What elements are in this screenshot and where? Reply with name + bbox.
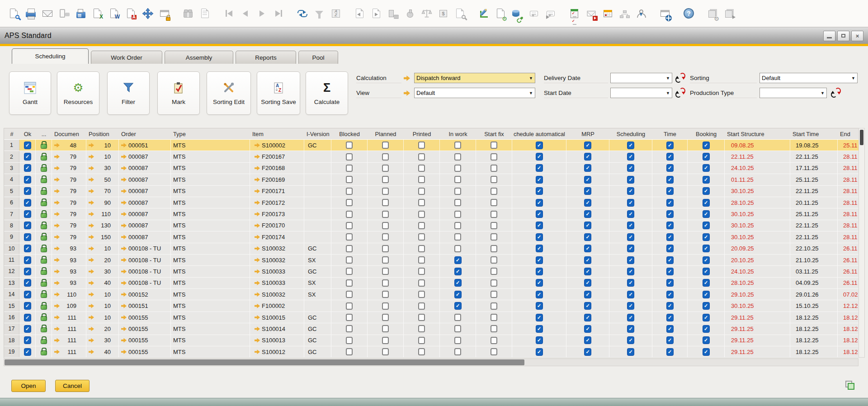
- printed-checkbox[interactable]: [418, 337, 425, 344]
- time-checkbox[interactable]: ✓: [666, 336, 674, 344]
- tab-work-order[interactable]: Work Order: [91, 51, 162, 64]
- booking-checkbox[interactable]: ✓: [703, 268, 710, 275]
- start-fix-checkbox[interactable]: [491, 302, 497, 310]
- ok-checkbox[interactable]: ✓: [24, 199, 31, 207]
- ok-checkbox[interactable]: ✓: [24, 210, 31, 218]
- ok-checkbox[interactable]: ✓: [24, 142, 31, 149]
- time-checkbox[interactable]: ✓: [666, 153, 674, 161]
- ok-checkbox[interactable]: ✓: [24, 222, 31, 229]
- column-header[interactable]: chedule automatical: [512, 128, 566, 139]
- minimize-button[interactable]: [823, 31, 835, 41]
- blocked-checkbox[interactable]: [346, 222, 353, 229]
- schedule-automatically-checkbox[interactable]: ✓: [536, 325, 543, 333]
- horizontal-scrollbar-thumb[interactable]: [5, 359, 524, 365]
- planned-checkbox[interactable]: [382, 222, 389, 229]
- scheduling-checkbox[interactable]: ✓: [627, 164, 634, 172]
- planned-checkbox[interactable]: [382, 165, 389, 172]
- planned-checkbox[interactable]: [382, 245, 389, 252]
- printed-checkbox[interactable]: [418, 165, 425, 172]
- printed-checkbox[interactable]: [418, 142, 425, 149]
- resize-form-icon[interactable]: [845, 380, 855, 390]
- ok-checkbox[interactable]: ✓: [24, 268, 31, 275]
- ok-checkbox[interactable]: ✓: [24, 279, 31, 287]
- start-date-select[interactable]: ▼: [610, 88, 672, 98]
- start-fix-checkbox[interactable]: [491, 268, 497, 275]
- time-checkbox[interactable]: ✓: [666, 302, 674, 310]
- link-arrow-icon[interactable]: [89, 338, 94, 343]
- scheduling-checkbox[interactable]: ✓: [627, 325, 634, 333]
- copy-to-icon[interactable]: [369, 5, 384, 22]
- table-row[interactable]: 13✓9340000108 - TUMTSS100033SX✓✓✓✓✓✓28.1…: [4, 278, 859, 289]
- gross-profit-icon[interactable]: [403, 5, 417, 22]
- printed-checkbox[interactable]: [418, 222, 425, 229]
- schedule-automatically-checkbox[interactable]: ✓: [536, 233, 543, 241]
- in-work-checkbox[interactable]: [454, 176, 461, 183]
- blocked-checkbox[interactable]: [346, 245, 353, 252]
- time-checkbox[interactable]: ✓: [666, 291, 674, 298]
- ok-checkbox[interactable]: ✓: [24, 314, 31, 321]
- mobile-icon[interactable]: [57, 5, 71, 22]
- printed-checkbox[interactable]: [418, 314, 425, 321]
- next-record-icon[interactable]: [255, 5, 269, 22]
- volume-weight-icon[interactable]: [420, 5, 434, 22]
- blocked-checkbox[interactable]: [346, 165, 353, 172]
- column-header[interactable]: Printed: [404, 128, 440, 139]
- mrp-checkbox[interactable]: ✓: [584, 348, 591, 356]
- schedule-automatically-checkbox[interactable]: ✓: [536, 279, 543, 287]
- table-row[interactable]: 5✓7970000087MTSF200171✓✓✓✓✓30.10.2522.11…: [4, 186, 859, 197]
- link-arrow-icon[interactable]: [121, 246, 127, 251]
- booking-checkbox[interactable]: ✓: [703, 210, 710, 218]
- link-arrow-icon[interactable]: [89, 177, 94, 182]
- mark-button[interactable]: Mark: [157, 71, 200, 115]
- schedule-automatically-checkbox[interactable]: ✓: [536, 256, 543, 264]
- link-arrow-icon[interactable]: [121, 304, 127, 308]
- mrp-checkbox[interactable]: ✓: [584, 176, 591, 184]
- link-arrow-icon[interactable]: [54, 235, 60, 239]
- planned-checkbox[interactable]: [382, 199, 389, 206]
- tab-scheduling[interactable]: Scheduling: [12, 48, 89, 64]
- table-row[interactable]: 16✓11110000155MTSS100015GC✓✓✓✓✓29.11.251…: [4, 312, 859, 323]
- time-checkbox[interactable]: ✓: [666, 176, 674, 184]
- refresh-record-icon[interactable]: [295, 5, 310, 22]
- table-row[interactable]: 3✓7930000087MTSF200168✓✓✓✓✓24.10.2517.11…: [4, 163, 859, 174]
- column-header[interactable]: Type: [171, 128, 250, 139]
- ok-checkbox[interactable]: ✓: [24, 187, 31, 195]
- start-fix-checkbox[interactable]: [491, 233, 497, 241]
- link-arrow-icon[interactable]: [89, 143, 94, 147]
- time-checkbox[interactable]: ✓: [666, 187, 674, 195]
- column-header[interactable]: Item: [250, 128, 304, 139]
- planned-checkbox[interactable]: [382, 348, 389, 355]
- booking-checkbox[interactable]: ✓: [703, 336, 710, 344]
- view-link-arrow-icon[interactable]: [404, 90, 410, 96]
- printed-checkbox[interactable]: [418, 302, 425, 310]
- message-icon[interactable]: [527, 5, 541, 22]
- calculation-select[interactable]: Dispatch forward▼: [414, 73, 535, 83]
- scheduling-checkbox[interactable]: ✓: [627, 256, 634, 264]
- ok-checkbox[interactable]: ✓: [24, 325, 31, 333]
- column-header[interactable]: Position: [86, 128, 119, 139]
- start-fix-checkbox[interactable]: [491, 188, 497, 195]
- link-arrow-icon[interactable]: [89, 223, 94, 228]
- link-arrow-icon[interactable]: [255, 258, 260, 262]
- table-row[interactable]: 17✓11120000155MTSS100014GC✓✓✓✓✓29.11.251…: [4, 323, 859, 335]
- link-arrow-icon[interactable]: [255, 235, 260, 239]
- blocked-checkbox[interactable]: [346, 325, 353, 332]
- booking-checkbox[interactable]: ✓: [703, 325, 710, 333]
- printed-checkbox[interactable]: [418, 279, 425, 287]
- ok-checkbox[interactable]: ✓: [24, 348, 31, 356]
- blocked-checkbox[interactable]: [346, 279, 353, 287]
- column-header[interactable]: I-Version: [304, 128, 331, 139]
- scheduling-checkbox[interactable]: ✓: [627, 153, 634, 161]
- schedule-automatically-checkbox[interactable]: ✓: [536, 302, 543, 310]
- column-header[interactable]: In work: [440, 128, 476, 139]
- scheduling-checkbox[interactable]: ✓: [627, 348, 634, 356]
- start-fix-checkbox[interactable]: [491, 291, 497, 298]
- mrp-checkbox[interactable]: ✓: [584, 291, 591, 298]
- printed-checkbox[interactable]: [418, 268, 425, 275]
- in-work-checkbox[interactable]: [454, 348, 461, 355]
- schedule-automatically-checkbox[interactable]: ✓: [536, 210, 543, 218]
- module-export-icon[interactable]: [722, 5, 736, 22]
- printed-checkbox[interactable]: [418, 291, 425, 298]
- mrp-checkbox[interactable]: ✓: [584, 210, 591, 218]
- ok-checkbox[interactable]: ✓: [24, 336, 31, 344]
